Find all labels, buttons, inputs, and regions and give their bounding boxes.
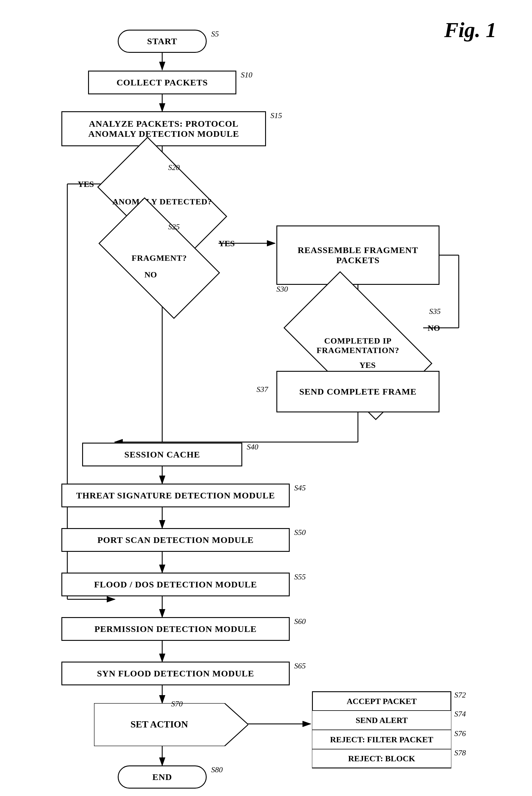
- start-node: START: [118, 30, 207, 53]
- start-step: S5: [211, 30, 219, 39]
- port-scan-step: S50: [294, 528, 306, 537]
- alert-step: S74: [454, 710, 466, 719]
- reassemble-step: S30: [277, 285, 288, 294]
- send-frame-node: SEND COMPLETE FRAME: [277, 371, 439, 412]
- syn-flood-node: SYN FLOOD DETECTION MODULE: [61, 662, 290, 685]
- svg-text:SET ACTION: SET ACTION: [131, 719, 188, 729]
- set-action-container: SET ACTION: [94, 703, 248, 746]
- accept-step: S72: [454, 691, 466, 700]
- anomaly-step: S20: [168, 163, 180, 172]
- fragment-no-label: NO: [145, 270, 157, 279]
- threat-node: THREAT SIGNATURE DETECTION MODULE: [61, 484, 290, 507]
- completed-no-label: NO: [428, 323, 440, 333]
- completed-yes-label: YES: [359, 360, 376, 370]
- alert-node: SEND ALERT: [312, 710, 451, 730]
- anomaly-yes-label: YES: [78, 180, 94, 189]
- send-frame-step: S37: [256, 385, 268, 394]
- syn-flood-step: S65: [294, 662, 306, 670]
- collect-step: S10: [241, 71, 252, 79]
- flowchart: START S5 COLLECT PACKETS S10 ANALYZE PAC…: [43, 18, 489, 777]
- page: Fig. 1: [0, 0, 532, 796]
- fragment-yes-label: YES: [218, 239, 234, 248]
- reassemble-node: REASSEMBLE FRAGMENT PACKETS: [277, 225, 439, 285]
- reject-block-step: S78: [454, 748, 466, 757]
- reject-block-node: REJECT: BLOCK: [312, 749, 451, 769]
- end-node: END: [118, 765, 207, 789]
- permission-step: S60: [294, 617, 306, 626]
- completed-step: S35: [429, 307, 441, 316]
- reject-filter-step: S76: [454, 729, 466, 738]
- accept-node: ACCEPT PACKET: [312, 691, 451, 710]
- analyze-node: ANALYZE PACKETS: PROTOCOL ANOMALY DETECT…: [61, 111, 266, 146]
- reject-filter-node: REJECT: FILTER PACKET: [312, 730, 451, 749]
- set-action-step: S70: [171, 700, 183, 708]
- permission-node: PERMISSION DETECTION MODULE: [61, 617, 290, 641]
- port-scan-node: PORT SCAN DETECTION MODULE: [61, 528, 290, 552]
- analyze-step: S15: [270, 111, 282, 120]
- collect-node: COLLECT PACKETS: [88, 71, 236, 94]
- end-step: S80: [211, 765, 223, 774]
- fragment-step: S25: [168, 223, 180, 232]
- session-node: SESSION CACHE: [82, 443, 242, 466]
- session-step: S40: [247, 443, 258, 451]
- threat-step: S45: [294, 484, 306, 493]
- flood-step: S55: [294, 573, 306, 581]
- flood-node: FLOOD / DOS DETECTION MODULE: [61, 573, 290, 596]
